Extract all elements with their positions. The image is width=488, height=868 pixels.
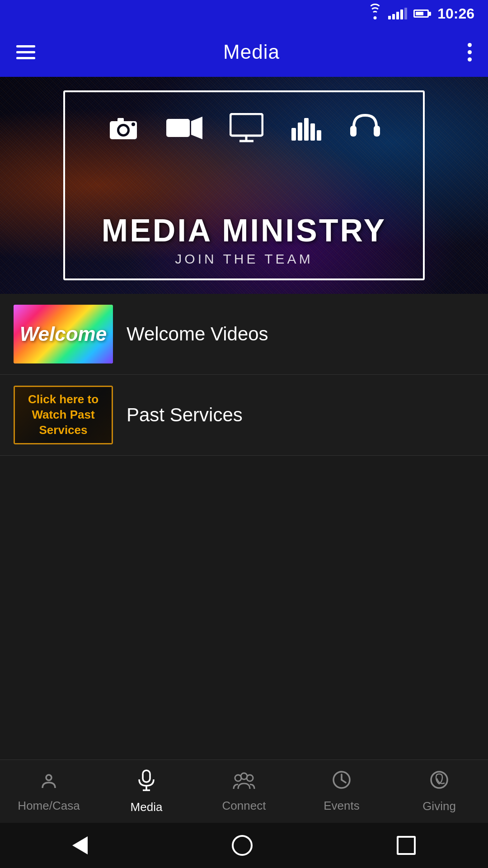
past-services-item[interactable]: Click here to Watch Past Services Past S… [0,375,488,456]
page-title: Media [223,41,280,63]
welcome-videos-item[interactable]: Welcome Welcome Videos [0,294,488,375]
wifi-icon [368,8,382,19]
status-bar: 10:26 [0,0,488,27]
events-nav-icon [332,770,352,794]
hero-banner: MEDIA MINISTRY JOIN THE TEAM [0,77,488,294]
nav-item-giving[interactable]: Giving [390,765,488,818]
content-empty-area [0,456,488,736]
svg-rect-12 [304,118,309,141]
past-services-label: Past Services [127,404,243,426]
video-camera-icon [166,114,202,148]
nav-item-connect[interactable]: Connect [195,765,293,817]
svg-rect-15 [350,126,357,137]
svg-point-23 [241,773,247,779]
svg-point-17 [46,775,52,780]
svg-point-2 [119,126,127,134]
camera-icon [108,114,139,148]
recents-button[interactable] [397,836,416,855]
more-options-button[interactable] [468,43,472,61]
svg-rect-10 [291,128,296,141]
battery-icon [413,9,431,18]
hero-title: MEDIA MINISTRY [0,212,488,249]
connect-nav-icon [233,770,255,794]
svg-line-26 [342,780,346,783]
status-time: 10:26 [437,5,474,22]
past-services-thumb-text: Click here to Watch Past Services [15,388,112,441]
svg-rect-16 [374,126,380,137]
welcome-videos-label: Welcome Videos [127,323,268,345]
media-nav-label: Media [131,800,163,814]
svg-rect-5 [166,119,190,137]
home-nav-icon [39,770,59,794]
bottom-nav: Home/Casa Media [0,760,488,823]
home-button[interactable] [232,835,253,856]
nav-item-events[interactable]: Events [293,765,390,817]
giving-nav-label: Giving [422,799,456,813]
welcome-videos-thumbnail: Welcome [14,305,113,363]
svg-rect-11 [298,123,302,141]
chart-icon [291,114,322,148]
svg-rect-14 [317,130,321,141]
events-nav-label: Events [324,799,360,813]
menu-button[interactable] [16,45,35,59]
welcome-thumb-text: Welcome [20,323,107,345]
giving-nav-icon [429,769,450,795]
media-list: Welcome Welcome Videos Click here to Wat… [0,294,488,456]
svg-rect-7 [230,114,263,136]
status-icons: 10:26 [368,5,474,22]
home-nav-label: Home/Casa [18,799,80,813]
svg-point-4 [131,123,135,126]
hero-icons-row [0,113,488,149]
past-services-thumbnail: Click here to Watch Past Services [14,386,113,444]
nav-item-media[interactable]: Media [98,764,195,819]
nav-item-home[interactable]: Home/Casa [0,765,98,817]
svg-rect-3 [117,118,124,123]
signal-icon [388,8,407,19]
svg-rect-13 [310,123,315,141]
svg-rect-18 [143,770,150,782]
media-nav-icon [136,769,156,796]
monitor-icon [230,113,263,149]
system-nav-bar [0,823,488,868]
app-bar: Media [0,27,488,77]
headphones-icon [349,113,381,149]
back-button[interactable] [72,836,88,854]
hero-subtitle: JOIN THE TEAM [0,251,488,267]
connect-nav-label: Connect [222,799,266,813]
svg-marker-6 [191,117,202,139]
